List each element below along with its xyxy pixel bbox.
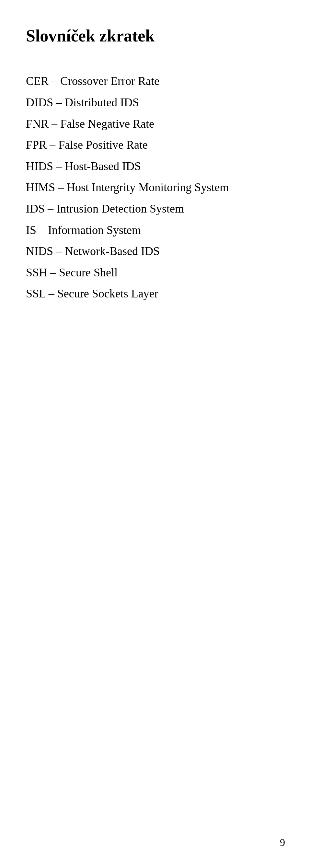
page-container: Slovníček zkratek CER – Crossover Error …	[0, 0, 311, 868]
list-item: HIMS – Host Intergrity Monitoring System	[26, 178, 285, 197]
abbreviation-separator: –	[55, 181, 67, 194]
list-item: HIDS – Host-Based IDS	[26, 157, 285, 176]
abbreviation-separator: –	[46, 138, 58, 151]
abbreviation-separator: –	[36, 223, 48, 237]
list-item: FNR – False Negative Rate	[26, 115, 285, 133]
abbreviation-definition: Distributed IDS	[65, 96, 139, 109]
list-item: FPR – False Positive Rate	[26, 136, 285, 155]
abbreviation-separator: –	[53, 245, 65, 257]
abbreviation-definition: Network-Based IDS	[65, 245, 160, 257]
list-item: CER – Crossover Error Rate	[26, 72, 285, 91]
abbreviation-definition: Crossover Error Rate	[60, 74, 159, 88]
abbreviation-abbr: DIDS	[26, 96, 53, 109]
abbreviation-separator: –	[49, 74, 60, 88]
page-title: Slovníček zkratek	[26, 26, 285, 46]
abbreviation-separator: –	[53, 160, 65, 173]
list-item: IDS – Intrusion Detection System	[26, 199, 285, 218]
abbreviation-abbr: FNR	[26, 117, 49, 130]
abbreviation-separator: –	[45, 202, 56, 215]
abbreviation-definition: False Negative Rate	[60, 117, 154, 130]
list-item: DIDS – Distributed IDS	[26, 93, 285, 112]
abbreviation-separator: –	[49, 117, 60, 130]
abbreviation-abbr: IS	[26, 223, 36, 237]
abbreviation-abbr: IDS	[26, 202, 45, 215]
abbreviation-definition: Secure Sockets Layer	[57, 287, 158, 300]
abbreviation-separator: –	[47, 266, 59, 279]
list-item: NIDS – Network-Based IDS	[26, 242, 285, 261]
abbreviation-abbr: CER	[26, 74, 49, 88]
abbreviation-definition: Information System	[48, 223, 141, 237]
list-item: IS – Information System	[26, 221, 285, 240]
abbreviation-abbr: HIDS	[26, 160, 53, 173]
abbreviation-definition: False Positive Rate	[58, 138, 148, 151]
abbreviation-abbr: NIDS	[26, 245, 53, 257]
abbreviation-separator: –	[53, 96, 65, 109]
abbreviation-definition: Host-Based IDS	[65, 160, 141, 173]
abbreviation-abbr: SSH	[26, 266, 47, 279]
abbreviation-definition: Host Intergrity Monitoring System	[67, 181, 229, 194]
abbreviation-abbr: FPR	[26, 138, 46, 151]
list-item: SSL – Secure Sockets Layer	[26, 284, 285, 303]
list-item: SSH – Secure Shell	[26, 264, 285, 282]
abbreviation-definition: Secure Shell	[59, 266, 118, 279]
abbreviation-separator: –	[46, 287, 57, 300]
page-number: 9	[280, 837, 285, 848]
abbreviation-abbr: HIMS	[26, 181, 55, 194]
abbreviation-definition: Intrusion Detection System	[56, 202, 184, 215]
abbreviation-abbr: SSL	[26, 287, 46, 300]
abbreviation-list: CER – Crossover Error RateDIDS – Distrib…	[26, 72, 285, 303]
